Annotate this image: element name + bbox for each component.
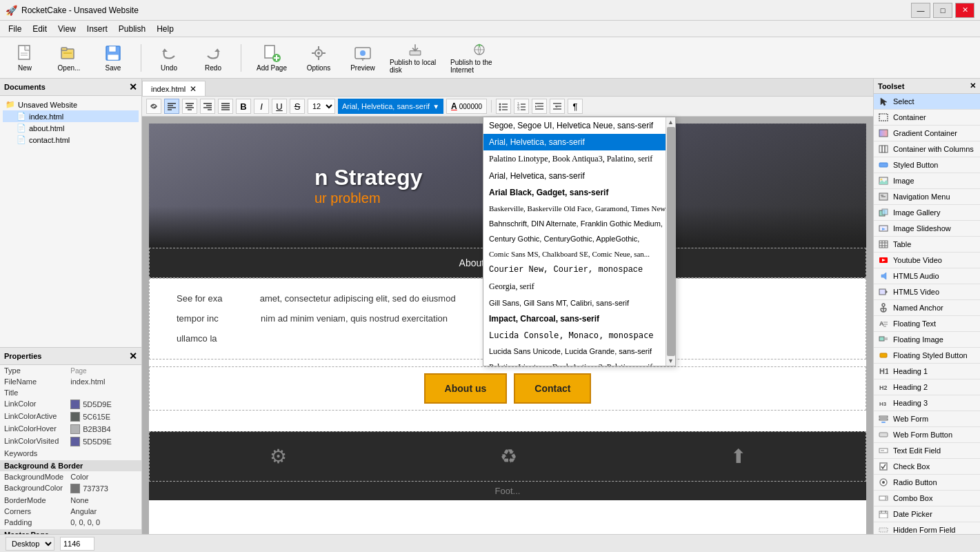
align-justify-btn[interactable] bbox=[218, 99, 233, 114]
scroll-up-icon[interactable]: ▲ bbox=[668, 119, 674, 126]
width-input[interactable] bbox=[60, 537, 94, 551]
font-opt-comic[interactable]: Comic Sans MS, Chalkboard SE, Comic Neue… bbox=[483, 246, 666, 262]
tool-gradient-container[interactable]: Gradient Container bbox=[874, 126, 980, 141]
tool-heading1[interactable]: H1 Heading 1 bbox=[874, 364, 980, 379]
font-scrollbar[interactable]: ▲ ▼ bbox=[666, 117, 675, 366]
font-opt-segoe[interactable]: Segoe, Segoe UI, Helvetica Neue, sans-se… bbox=[483, 117, 666, 134]
doc-file-index[interactable]: 📄 index.html bbox=[3, 110, 139, 122]
text-color-btn[interactable]: A 000000 bbox=[446, 99, 487, 114]
tool-web-form-btn[interactable]: Web Form Button bbox=[874, 427, 980, 443]
tool-text-edit[interactable]: Text Edit Field bbox=[874, 443, 980, 459]
font-opt-arial-selected[interactable]: Arial, Helvetica, sans-serif bbox=[483, 134, 666, 150]
tool-html5-audio[interactable]: HTML5 Audio bbox=[874, 268, 980, 284]
minimize-btn[interactable]: — bbox=[911, 3, 930, 18]
tool-floating-text[interactable]: A Floating Text bbox=[874, 316, 980, 332]
svg-rect-7 bbox=[109, 46, 116, 52]
publish-internet-button[interactable]: Publish to the Internet bbox=[448, 40, 510, 76]
menu-help[interactable]: Help bbox=[151, 23, 179, 35]
view-select[interactable]: Desktop Tablet Mobile bbox=[6, 537, 54, 551]
root-folder[interactable]: 📁 Unsaved Website bbox=[3, 99, 139, 110]
tool-named-anchor[interactable]: Named Anchor bbox=[874, 300, 980, 316]
font-opt-arial-black[interactable]: Arial Black, Gadget, sans-serif bbox=[483, 184, 666, 201]
font-opt-impact[interactable]: Impact, Charcoal, sans-serif bbox=[483, 310, 666, 327]
font-opt-lucida-console[interactable]: Lucida Console, Monaco, monospace bbox=[483, 327, 666, 344]
bold-btn[interactable]: B bbox=[236, 99, 251, 114]
font-opt-century[interactable]: Century Gothic, CenturyGothic, AppleGoth… bbox=[483, 231, 666, 246]
svg-rect-82 bbox=[879, 289, 886, 295]
menu-edit[interactable]: Edit bbox=[27, 23, 52, 35]
font-size-select[interactable]: 12 14 16 18 24 bbox=[308, 99, 335, 114]
unordered-list-btn[interactable] bbox=[496, 99, 511, 114]
tool-table[interactable]: Table bbox=[874, 237, 980, 253]
tool-image-gallery[interactable]: Image Gallery bbox=[874, 205, 980, 221]
font-opt-palatino2[interactable]: Palatino Linotype, Book Antiqua3, Palati… bbox=[483, 359, 666, 366]
italic-btn[interactable]: I bbox=[254, 99, 269, 114]
redo-button[interactable]: Redo bbox=[194, 40, 232, 76]
properties-close[interactable]: ✕ bbox=[129, 351, 137, 362]
tool-image-slideshow[interactable]: Image Slideshow bbox=[874, 221, 980, 237]
tool-web-form[interactable]: Web Form bbox=[874, 411, 980, 427]
scroll-down-icon[interactable]: ▼ bbox=[668, 357, 674, 364]
font-opt-courier[interactable]: Courier New, Courier, monospace bbox=[483, 262, 666, 278]
toolbar-sep-1 bbox=[141, 44, 141, 72]
font-opt-lucida-sans[interactable]: Lucida Sans Unicode, Lucida Grande, sans… bbox=[483, 344, 666, 359]
tool-styled-button[interactable]: Styled Button bbox=[874, 157, 980, 173]
strikethrough-btn[interactable]: S bbox=[290, 99, 305, 114]
font-opt-bahnschrift[interactable]: Bahnschrift, DIN Alternate, Franklin Got… bbox=[483, 216, 666, 231]
undo-button[interactable]: Undo bbox=[150, 40, 188, 76]
save-button[interactable]: Save bbox=[94, 40, 132, 76]
font-opt-palatino1[interactable]: Palatino Linotype, Book Antiqua3, Palati… bbox=[483, 150, 666, 168]
about-us-btn[interactable]: About us bbox=[424, 373, 508, 404]
color-a-label: A bbox=[451, 101, 457, 111]
tool-container[interactable]: Container bbox=[874, 110, 980, 126]
tool-heading2[interactable]: H2 Heading 2 bbox=[874, 379, 980, 395]
font-opt-gill[interactable]: Gill Sans, Gill Sans MT, Calibri, sans-s… bbox=[483, 295, 666, 310]
underline-btn[interactable]: U bbox=[272, 99, 287, 114]
font-opt-arial2[interactable]: Arial, Helvetica, sans-serif bbox=[483, 168, 666, 184]
font-opt-georgia[interactable]: Georgia, serif bbox=[483, 278, 666, 295]
maximize-btn[interactable]: □ bbox=[933, 3, 952, 18]
tool-floating-image[interactable]: Floating Image bbox=[874, 332, 980, 348]
add-page-button[interactable]: Add Page bbox=[250, 40, 294, 76]
tool-image[interactable]: Image bbox=[874, 173, 980, 189]
tool-youtube[interactable]: Youtube Video bbox=[874, 253, 980, 268]
publish-local-button[interactable]: Publish to local disk bbox=[388, 40, 443, 76]
new-button[interactable]: New bbox=[6, 40, 44, 76]
ordered-list-btn[interactable]: 1. 2. 3. bbox=[514, 99, 529, 114]
tool-combo[interactable]: Combo Box bbox=[874, 491, 980, 506]
toolset-close-icon[interactable]: ✕ bbox=[970, 81, 976, 90]
paragraph-btn[interactable]: ¶ bbox=[568, 99, 583, 114]
options-button[interactable]: Options bbox=[299, 40, 338, 76]
open-button[interactable]: Open... bbox=[50, 40, 88, 76]
tool-container-columns[interactable]: Container with Columns bbox=[874, 141, 980, 157]
preview-button[interactable]: Preview bbox=[343, 40, 382, 76]
tool-checkbox[interactable]: Check Box bbox=[874, 459, 980, 475]
tool-floating-styled-btn[interactable]: Floating Styled Button bbox=[874, 348, 980, 364]
indent-less-btn[interactable] bbox=[550, 99, 565, 114]
font-opt-baskerville[interactable]: Baskerville, Baskerville Old Face, Garam… bbox=[483, 201, 666, 216]
tool-heading3[interactable]: H3 Heading 3 bbox=[874, 395, 980, 411]
documents-close[interactable]: ✕ bbox=[129, 81, 137, 92]
tool-radio[interactable]: Radio Button bbox=[874, 475, 980, 491]
tab-index[interactable]: index.html ✕ bbox=[142, 81, 206, 96]
align-left-btn[interactable] bbox=[164, 99, 179, 114]
close-btn[interactable]: ✕ bbox=[955, 3, 974, 18]
scroll-thumb[interactable] bbox=[667, 127, 675, 356]
tool-select[interactable]: Select bbox=[874, 94, 980, 110]
menu-publish[interactable]: Publish bbox=[113, 23, 151, 35]
menu-insert[interactable]: Insert bbox=[81, 23, 113, 35]
indent-more-btn[interactable] bbox=[532, 99, 547, 114]
font-family-select[interactable]: Arial, Helvetica, sans-serif ▼ bbox=[338, 99, 443, 114]
align-center-btn[interactable] bbox=[182, 99, 197, 114]
contact-btn[interactable]: Contact bbox=[514, 373, 591, 404]
menu-view[interactable]: View bbox=[52, 23, 81, 35]
doc-file-about[interactable]: 📄 about.html bbox=[3, 122, 139, 134]
tab-close-icon[interactable]: ✕ bbox=[190, 84, 197, 94]
tool-date-picker[interactable]: Date Picker bbox=[874, 506, 980, 522]
tool-html5-video[interactable]: HTML5 Video bbox=[874, 284, 980, 300]
link-btn[interactable] bbox=[146, 99, 161, 114]
align-right-btn[interactable] bbox=[200, 99, 215, 114]
tool-nav-menu[interactable]: Navigation Menu bbox=[874, 189, 980, 205]
menu-file[interactable]: File bbox=[3, 23, 27, 35]
doc-file-contact[interactable]: 📄 contact.html bbox=[3, 134, 139, 146]
